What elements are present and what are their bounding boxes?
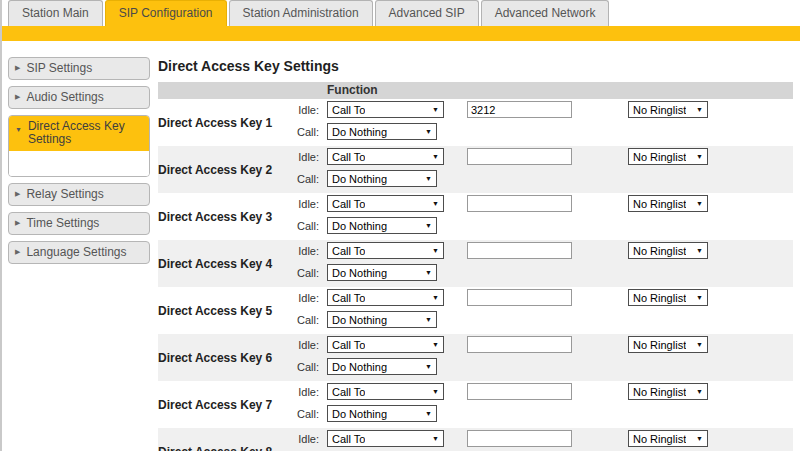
ringlist-value: No Ringlist [633,433,686,445]
ringlist-select[interactable]: No Ringlist ▼ [628,148,708,165]
call-function-select[interactable]: Do Nothing ▼ [327,217,437,234]
sidebar: ▶ SIP Settings ▶ Audio Settings ▼ Direct… [8,57,150,270]
call-label: Call: [158,126,319,138]
sidebar-item-language-settings[interactable]: ▶ Language Settings [8,241,150,264]
call-function-value: Do Nothing [332,126,387,138]
dropdown-arrow-icon: ▼ [696,388,703,395]
tab-sip-configuration[interactable]: SIP Configuration [105,0,227,26]
idle-function-value: Call To [332,104,365,116]
idle-label: Idle: [158,292,319,304]
idle-value-input[interactable] [467,101,572,118]
ringlist-select[interactable]: No Ringlist ▼ [628,101,708,118]
call-function-select[interactable]: Do Nothing ▼ [327,311,437,328]
call-function-select[interactable]: Do Nothing ▼ [327,123,437,140]
dropdown-arrow-icon: ▼ [425,363,432,370]
sidebar-item-relay-settings[interactable]: ▶ Relay Settings [8,183,150,206]
table-row: Direct Access Key 7 Idle: Call To ▼ No R… [158,381,793,428]
idle-value-input[interactable] [467,430,572,447]
idle-label: Idle: [158,198,319,210]
chevron-right-icon: ▶ [15,248,20,256]
call-label: Call: [158,220,319,232]
call-label: Call: [158,267,319,279]
idle-function-value: Call To [332,386,365,398]
dropdown-arrow-icon: ▼ [696,153,703,160]
tab-station-administration[interactable]: Station Administration [229,0,373,26]
sidebar-item-label: SIP Settings [26,61,92,75]
sidebar-item-sip-settings[interactable]: ▶ SIP Settings [8,57,150,80]
call-label: Call: [158,361,319,373]
idle-function-select[interactable]: Call To ▼ [327,195,444,212]
call-function-value: Do Nothing [332,314,387,326]
dropdown-arrow-icon: ▼ [425,175,432,182]
idle-value-input[interactable] [467,336,572,353]
call-label: Call: [158,408,319,420]
ringlist-select[interactable]: No Ringlist ▼ [628,383,708,400]
dropdown-arrow-icon: ▼ [432,153,439,160]
idle-function-select[interactable]: Call To ▼ [327,148,444,165]
ringlist-select[interactable]: No Ringlist ▼ [628,336,708,353]
sidebar-item-audio-settings[interactable]: ▶ Audio Settings [8,86,150,109]
idle-function-select[interactable]: Call To ▼ [327,289,444,306]
tab-advanced-network[interactable]: Advanced Network [481,0,610,26]
idle-value-input[interactable] [467,148,572,165]
dropdown-arrow-icon: ▼ [432,294,439,301]
idle-label: Idle: [158,151,319,163]
ringlist-value: No Ringlist [633,198,686,210]
tab-advanced-sip[interactable]: Advanced SIP [375,0,479,26]
idle-function-value: Call To [332,198,365,210]
chevron-right-icon: ▶ [15,64,20,72]
table-header-function: Function [158,82,793,99]
table-row: Direct Access Key 1 Idle: Call To ▼ No R… [158,99,793,146]
dropdown-arrow-icon: ▼ [432,106,439,113]
ringlist-select[interactable]: No Ringlist ▼ [628,195,708,212]
call-function-select[interactable]: Do Nothing ▼ [327,405,437,422]
sidebar-item-time-settings[interactable]: ▶ Time Settings [8,212,150,235]
dropdown-arrow-icon: ▼ [425,222,432,229]
sidebar-item-direct-access-key-settings[interactable]: ▼ Direct Access Key Settings [9,116,149,151]
ringlist-value: No Ringlist [633,104,686,116]
call-function-value: Do Nothing [332,173,387,185]
call-function-select[interactable]: Do Nothing ▼ [327,358,437,375]
idle-function-value: Call To [332,433,365,445]
idle-value-input[interactable] [467,195,572,212]
chevron-right-icon: ▶ [15,93,20,101]
idle-label: Idle: [158,433,319,445]
idle-label: Idle: [158,245,319,257]
dropdown-arrow-icon: ▼ [696,247,703,254]
sidebar-expanded-panel [9,151,149,176]
idle-value-input[interactable] [467,383,572,400]
call-function-select[interactable]: Do Nothing ▼ [327,264,437,281]
idle-label: Idle: [158,339,319,351]
idle-label: Idle: [158,386,319,398]
ringlist-select[interactable]: No Ringlist ▼ [628,430,708,447]
call-function-select[interactable]: Do Nothing ▼ [327,170,437,187]
idle-label: Idle: [158,104,319,116]
table-row: Direct Access Key 2 Idle: Call To ▼ No R… [158,146,793,193]
dropdown-arrow-icon: ▼ [432,388,439,395]
idle-function-select[interactable]: Call To ▼ [327,430,444,447]
idle-function-select[interactable]: Call To ▼ [327,242,444,259]
tab-bar: Station Main SIP Configuration Station A… [0,0,800,26]
ringlist-select[interactable]: No Ringlist ▼ [628,242,708,259]
chevron-right-icon: ▶ [15,190,20,198]
idle-function-select[interactable]: Call To ▼ [327,101,444,118]
dropdown-arrow-icon: ▼ [425,269,432,276]
idle-value-input[interactable] [467,242,572,259]
ringlist-value: No Ringlist [633,386,686,398]
dropdown-arrow-icon: ▼ [432,341,439,348]
idle-function-select[interactable]: Call To ▼ [327,383,444,400]
call-label: Call: [158,314,319,326]
table-row: Direct Access Key 6 Idle: Call To ▼ No R… [158,334,793,381]
sidebar-item-label: Language Settings [26,245,126,259]
dropdown-arrow-icon: ▼ [696,294,703,301]
dropdown-arrow-icon: ▼ [425,128,432,135]
idle-function-select[interactable]: Call To ▼ [327,336,444,353]
page-title: Direct Access Key Settings [158,58,793,74]
ringlist-select[interactable]: No Ringlist ▼ [628,289,708,306]
sidebar-expanded-section: ▼ Direct Access Key Settings [8,115,150,177]
idle-value-input[interactable] [467,289,572,306]
dropdown-arrow-icon: ▼ [432,200,439,207]
chevron-down-icon: ▼ [15,123,22,146]
idle-function-value: Call To [332,151,365,163]
tab-station-main[interactable]: Station Main [8,0,103,26]
